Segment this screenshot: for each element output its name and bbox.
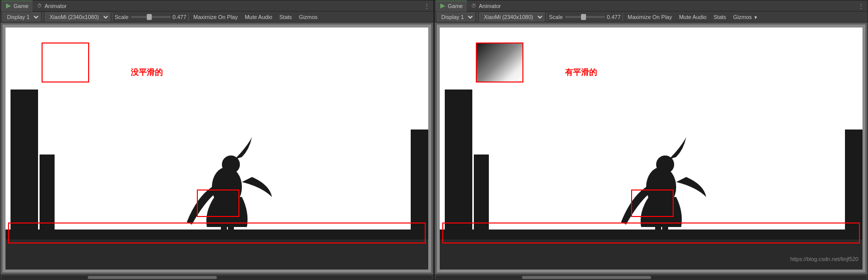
left-panel: Game Animator ⋮ Display 1 XiaoMi (2340x1…: [0, 0, 434, 280]
right-panel: Game Animator ⋮ Display 1 XiaoMi (2340x1…: [434, 0, 868, 280]
right-scrollbar-thumb[interactable]: [522, 276, 651, 279]
left-toolbar: Display 1 XiaoMi (2340x1080) Scale 0.477…: [1, 12, 433, 22]
right-scrollbar-track[interactable]: [436, 276, 866, 279]
right-toolbar: Display 1 XiaoMi (2340x1080) Scale 0.477…: [435, 12, 867, 22]
svg-rect-6: [655, 217, 661, 232]
right-viewport-inner: 有平滑的 https://blog.csdn.net/linjf520: [437, 24, 865, 272]
left-tab-game[interactable]: Game: [2, 0, 33, 12]
right-tab-bar-menu[interactable]: ⋮: [855, 2, 866, 10]
left-character: [177, 122, 277, 232]
left-scale-label: Scale: [115, 14, 129, 20]
left-building-tall: [11, 90, 38, 230]
right-stats-btn[interactable]: Stats: [711, 14, 729, 20]
right-gizmos-btn[interactable]: Gizmos ▼: [731, 14, 760, 20]
left-stats-btn[interactable]: Stats: [277, 14, 295, 20]
right-sep-3: [623, 13, 623, 21]
left-sep-2: [112, 13, 113, 21]
left-scrollbar-thumb[interactable]: [88, 276, 217, 279]
right-scene: 有平滑的 https://blog.csdn.net/linjf520: [440, 28, 862, 270]
svg-rect-3: [228, 217, 234, 232]
right-ground-lower: [440, 240, 862, 270]
right-display-select[interactable]: Display 1: [437, 12, 475, 22]
left-viewport: 没平滑的: [1, 22, 433, 274]
left-mute-btn[interactable]: Mute Audio: [242, 14, 275, 20]
right-scale-slider[interactable]: [565, 16, 605, 18]
right-tab-bar: Game Animator ⋮: [435, 0, 867, 12]
left-scale-slider[interactable]: [131, 16, 171, 18]
left-sep-1: [43, 13, 43, 21]
right-scale-thumb[interactable]: [581, 14, 586, 20]
left-display-select[interactable]: Display 1: [3, 12, 41, 22]
right-maximize-btn[interactable]: Maximize On Play: [625, 14, 675, 20]
left-sep-3: [188, 13, 189, 21]
right-animator-tab-label: Animator: [479, 3, 501, 9]
right-smooth-gradient: [476, 42, 523, 82]
right-sep-2: [546, 13, 547, 21]
right-tab-animator[interactable]: Animator: [467, 0, 505, 12]
left-scrollbar-track[interactable]: [2, 276, 432, 279]
right-building-right: [845, 130, 862, 230]
right-building-tall: [445, 90, 472, 230]
left-game-tab-label: Game: [14, 3, 29, 9]
animator-icon-left: [37, 3, 43, 9]
right-scale-value: 0.477: [607, 14, 621, 20]
left-animator-tab-label: Animator: [45, 3, 67, 9]
left-building-small: [40, 154, 55, 230]
right-building-small: [474, 154, 489, 230]
left-scene: 没平滑的: [6, 28, 428, 270]
left-scale-thumb[interactable]: [147, 14, 152, 20]
game-icon-left: [6, 3, 12, 9]
left-scale-value: 0.477: [173, 14, 187, 20]
left-gizmos-btn[interactable]: Gizmos: [297, 14, 320, 20]
left-building-right: [411, 130, 428, 230]
right-sep-1: [477, 13, 477, 21]
right-mute-btn[interactable]: Mute Audio: [677, 14, 709, 20]
right-scale-control: Scale 0.477: [549, 14, 621, 20]
right-resolution-select[interactable]: XiaoMi (2340x1080): [479, 12, 544, 22]
right-character: [611, 122, 711, 232]
animator-icon-right: [471, 3, 477, 9]
left-scrollbar[interactable]: [1, 274, 433, 280]
left-redbox-topleft: [42, 42, 89, 82]
left-maximize-btn[interactable]: Maximize On Play: [191, 14, 240, 20]
panels-wrapper: Game Animator ⋮ Display 1 XiaoMi (2340x1…: [0, 0, 868, 280]
right-annotation-text: 有平滑的: [565, 68, 597, 78]
left-scale-control: Scale 0.477: [115, 14, 186, 20]
left-ground-lower: [6, 240, 428, 270]
left-annotation-text: 没平滑的: [131, 68, 163, 78]
right-viewport: 有平滑的 https://blog.csdn.net/linjf520: [435, 22, 867, 274]
svg-rect-7: [662, 217, 668, 232]
left-tab-animator[interactable]: Animator: [33, 0, 71, 12]
right-tab-game[interactable]: Game: [436, 0, 467, 12]
right-scrollbar[interactable]: [435, 274, 867, 280]
game-icon-right: [440, 3, 446, 9]
svg-rect-2: [221, 217, 227, 232]
right-game-tab-label: Game: [448, 3, 463, 9]
left-tab-bar-menu[interactable]: ⋮: [421, 2, 432, 10]
left-resolution-select[interactable]: XiaoMi (2340x1080): [45, 12, 110, 22]
left-tab-bar: Game Animator ⋮: [1, 0, 433, 12]
right-scale-label: Scale: [549, 14, 563, 20]
left-viewport-inner: 没平滑的: [3, 24, 431, 272]
